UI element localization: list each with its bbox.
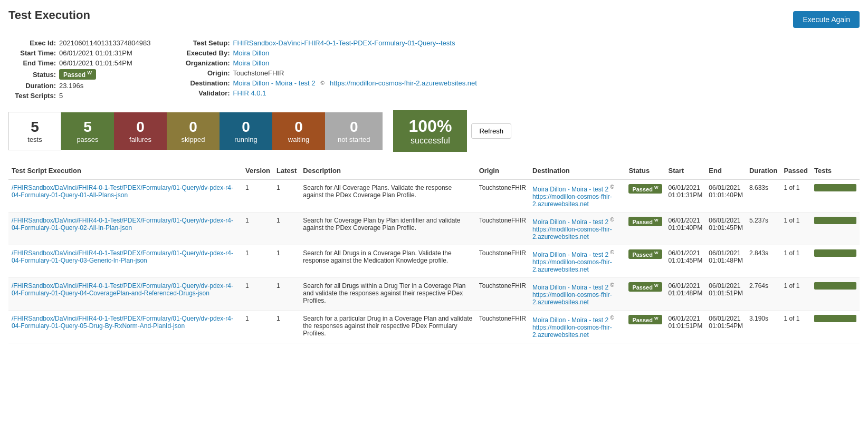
destination-cell: Moira Dillon - Moira - test 2 © https://… — [529, 179, 625, 213]
validator-link[interactable]: FHIR 4.0.1 — [233, 89, 266, 97]
start-cell: 06/01/202101:01:45PM — [665, 245, 706, 278]
not-started-number: 0 — [350, 119, 358, 136]
description-cell: Search for Coverage Plan by Plan identif… — [300, 213, 475, 245]
destination-label: Destination: — [172, 79, 230, 87]
execute-again-button[interactable]: Execute Again — [793, 11, 860, 28]
duration-label: Duration: — [8, 82, 56, 90]
skipped-stat: 0 skipped — [167, 112, 220, 150]
version-cell: 1 — [242, 213, 273, 245]
duration-cell: 5.237s — [746, 213, 780, 245]
dest-name-link[interactable]: Moira Dillon - Moira - test 2 — [532, 186, 608, 193]
duration-cell: 2.843s — [746, 245, 780, 278]
end-time-value: 06/01/2021 01:01:54PM — [59, 59, 132, 67]
end-time-label: End Time: — [8, 59, 56, 67]
latest-cell: 1 — [273, 179, 300, 213]
origin-value: TouchstoneFHIR — [233, 69, 284, 77]
status-badge: Passed W — [628, 217, 662, 226]
start-cell: 06/01/202101:01:31PM — [665, 179, 706, 213]
description-cell: Search for All Coverage Plans. Validate … — [300, 179, 475, 213]
not-started-stat: 0 not started — [325, 112, 383, 150]
waiting-number: 0 — [294, 119, 303, 136]
end-cell: 06/01/202101:01:51PM — [705, 278, 746, 311]
passed-cell: 1 of 1 — [780, 278, 811, 311]
status-cell: Passed W — [625, 278, 665, 311]
dest-url-link[interactable]: https://modillon-cosmos-fhir-2.azurewebs… — [532, 226, 612, 240]
executed-by-label: Executed By: — [172, 49, 230, 57]
dest-url-link[interactable]: https://modillon-cosmos-fhir-2.azurewebs… — [532, 193, 612, 208]
col-script: Test Script Execution — [8, 162, 242, 179]
status-badge: Passed W — [628, 249, 662, 259]
origin-cell: TouchstoneFHIR — [476, 278, 529, 311]
description-cell: Search for all Drugs within a Drug Tier … — [300, 278, 475, 311]
destination-url-link[interactable]: https://modillon-cosmos-fhir-2.azurewebs… — [330, 79, 477, 87]
status-label: Status: — [8, 71, 56, 79]
description-cell: Search for a particular Drug in a Covera… — [300, 311, 475, 343]
col-origin: Origin — [476, 162, 529, 179]
tests-number: 5 — [31, 119, 39, 136]
refresh-button[interactable]: Refresh — [471, 123, 511, 139]
end-cell: 06/01/202101:01:40PM — [705, 179, 746, 213]
latest-cell: 1 — [273, 213, 300, 245]
destination-name-link[interactable]: Moira Dillon - Moira - test 2 — [233, 79, 316, 87]
script-link[interactable]: /FHIRSandbox/DaVinci/FHIR4-0-1-Test/PDEX… — [12, 315, 233, 330]
origin-label: Origin: — [172, 69, 230, 77]
col-duration: Duration — [746, 162, 780, 179]
duration-cell: 2.764s — [746, 278, 780, 311]
passed-cell: 1 of 1 — [780, 179, 811, 213]
passes-stat: 5 passes — [61, 112, 114, 150]
dest-name-link[interactable]: Moira Dillon - Moira - test 2 — [532, 284, 608, 291]
status-badge: Passed W — [628, 184, 662, 194]
script-link[interactable]: /FHIRSandbox/DaVinci/FHIR4-0-1-Test/PDEX… — [12, 217, 233, 232]
origin-cell: TouchstoneFHIR — [476, 311, 529, 343]
dest-url-link[interactable]: https://modillon-cosmos-fhir-2.azurewebs… — [532, 258, 612, 273]
passed-cell: 1 of 1 — [780, 245, 811, 278]
start-time-label: Start Time: — [8, 49, 56, 57]
dest-name-link[interactable]: Moira Dillon - Moira - test 2 — [532, 316, 608, 324]
script-link[interactable]: /FHIRSandbox/DaVinci/FHIR4-0-1-Test/PDEX… — [12, 249, 233, 264]
organization-link[interactable]: Moira Dillon — [233, 59, 270, 67]
success-box: 100% successful — [393, 110, 467, 152]
script-link[interactable]: /FHIRSandbox/DaVinci/FHIR4-0-1-Test/PDEX… — [12, 184, 233, 199]
col-start: Start — [665, 162, 706, 179]
col-destination: Destination — [529, 162, 625, 179]
dest-name-link[interactable]: Moira Dillon - Moira - test 2 — [532, 251, 608, 258]
col-tests: Tests — [811, 162, 860, 179]
dest-url-link[interactable]: https://modillon-cosmos-fhir-2.azurewebs… — [532, 291, 612, 306]
waiting-label: waiting — [288, 136, 309, 143]
origin-cell: TouchstoneFHIR — [476, 179, 529, 213]
test-scripts-value: 5 — [59, 92, 63, 100]
start-cell: 06/01/202101:01:48PM — [665, 278, 706, 311]
passes-number: 5 — [83, 119, 92, 136]
test-setup-label: Test Setup: — [172, 39, 230, 47]
status-cell: Passed W — [625, 213, 665, 245]
tests-cell — [811, 213, 860, 245]
dest-url-link[interactable]: https://modillon-cosmos-fhir-2.azurewebs… — [532, 324, 612, 339]
test-setup-link[interactable]: FHIRSandbox-DaVinci-FHIR4-0-1-Test-PDEX-… — [233, 39, 455, 47]
start-cell: 06/01/202101:01:40PM — [665, 213, 706, 245]
tests-cell — [811, 179, 860, 213]
col-status: Status — [625, 162, 665, 179]
table-row: /FHIRSandbox/DaVinci/FHIR4-0-1-Test/PDEX… — [8, 311, 860, 343]
destination-cell: Moira Dillon - Moira - test 2 © https://… — [529, 311, 625, 343]
duration-cell: 8.633s — [746, 179, 780, 213]
status-cell: Passed W — [625, 179, 665, 213]
progress-bar — [814, 184, 856, 191]
skipped-number: 0 — [189, 119, 197, 136]
script-link[interactable]: /FHIRSandbox/DaVinci/FHIR4-0-1-Test/PDEX… — [12, 282, 233, 297]
origin-cell: TouchstoneFHIR — [476, 245, 529, 278]
start-cell: 06/01/202101:01:51PM — [665, 311, 706, 343]
tests-label: tests — [27, 136, 42, 143]
col-description: Description — [300, 162, 475, 179]
status-badge: Passed W — [628, 315, 662, 324]
tests-cell — [811, 278, 860, 311]
passed-cell: 1 of 1 — [780, 311, 811, 343]
progress-bar — [814, 249, 856, 257]
table-row: /FHIRSandbox/DaVinci/FHIR4-0-1-Test/PDEX… — [8, 245, 860, 278]
table-row: /FHIRSandbox/DaVinci/FHIR4-0-1-Test/PDEX… — [8, 179, 860, 213]
running-number: 0 — [242, 119, 250, 136]
description-cell: Search for All Drugs in a Coverage Plan.… — [300, 245, 475, 278]
dest-name-link[interactable]: Moira Dillon - Moira - test 2 — [532, 218, 608, 226]
status-badge: Passed W — [59, 69, 96, 80]
status-cell: Passed W — [625, 311, 665, 343]
executed-by-link[interactable]: Moira Dillon — [233, 49, 270, 57]
